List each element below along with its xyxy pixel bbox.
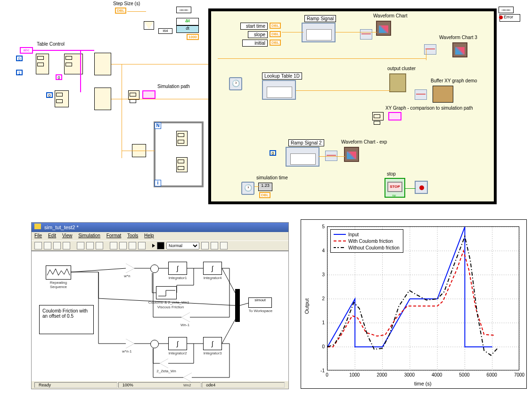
play-icon[interactable] — [152, 244, 155, 248]
menu-view[interactable]: View — [62, 233, 73, 238]
initial-dbl[interactable]: DBL — [270, 40, 281, 46]
stop-frame: STOP TF — [385, 178, 405, 198]
gain-wn2[interactable] — [183, 373, 192, 382]
tb-extra-2[interactable] — [211, 242, 218, 249]
sum-2[interactable] — [150, 340, 159, 348]
collector-2 — [325, 151, 337, 161]
menu-tools[interactable]: Tools — [127, 233, 138, 238]
build-array-small — [128, 90, 139, 100]
gain-wn-1-back[interactable] — [181, 313, 190, 322]
simulation-mode-select[interactable]: Normal — [166, 242, 199, 249]
index-array-2 — [55, 90, 69, 107]
xy-bundle — [372, 112, 384, 120]
frac-string-1 — [94, 53, 111, 75]
integrator1-label: Integrator1 — [165, 276, 190, 280]
buffer-xy-block — [433, 86, 453, 103]
simulation-path-terminal[interactable] — [142, 90, 156, 99]
halt-sim-icon — [415, 181, 428, 194]
simulink-canvas[interactable]: Repeating Sequence Coulomb Friction with… — [32, 251, 288, 380]
legend-with-coulomb: With Coulomb friction — [348, 239, 393, 244]
simulink-title: sim_tut_test2 * — [44, 225, 79, 230]
tb-extra-1[interactable] — [201, 242, 209, 249]
lookup-table-label: Lookup Table 1D — [262, 72, 302, 80]
sim-clock-1 — [229, 77, 242, 90]
menu-simulation[interactable]: Simulation — [78, 233, 100, 238]
const-0a: 0 — [16, 56, 23, 61]
gain-wn1[interactable] — [126, 339, 134, 348]
cut-icon[interactable] — [77, 242, 84, 249]
integrator3-label: Integrator3 — [200, 351, 225, 355]
repeating-sequence-block[interactable] — [46, 265, 71, 280]
initial-label: initial — [242, 40, 268, 47]
ramp-signal-block — [302, 23, 336, 42]
undo-icon[interactable] — [110, 242, 117, 249]
xy-graph-label: XY Graph - comparison to simulation path — [385, 105, 473, 111]
waveform-chart-3[interactable] — [452, 42, 467, 57]
step-size-dbl[interactable]: DBL — [115, 8, 126, 14]
simulink-toolbar: Normal — [32, 241, 288, 251]
simout-block[interactable]: simout — [248, 297, 272, 308]
stop-icon[interactable] — [157, 242, 164, 249]
waveform-chart[interactable] — [376, 21, 391, 36]
browser-icon[interactable] — [129, 242, 136, 249]
tb-extra-3[interactable] — [220, 242, 228, 249]
dt-box: dt — [176, 25, 199, 33]
ramp-signal2-label: Ramp Signal 2 — [288, 139, 324, 146]
integrator3-block[interactable]: ∫ — [203, 337, 222, 350]
output-chart: 01000200030004000500060007000 -1012345 t… — [301, 219, 527, 389]
y-axis-label: Output — [304, 298, 310, 314]
sim-header-glyph-2: ◦═◦═◦ — [499, 7, 514, 13]
const-0d: 0 — [270, 150, 276, 156]
thousand-const: 1000 — [187, 34, 199, 40]
simulink-statusbar: Ready 100% ode4 — [32, 380, 288, 389]
integrator1-block[interactable]: ∫ — [168, 262, 187, 275]
menu-file[interactable]: File — [34, 233, 42, 238]
sim-time-dbl: DBL — [259, 192, 270, 198]
simulink-titlebar[interactable]: sim_tut_test2 * — [32, 223, 288, 232]
redo-icon[interactable] — [119, 242, 127, 249]
gain-wn2-label: Wn2 — [183, 383, 191, 387]
menu-edit[interactable]: Edit — [48, 233, 56, 238]
legend-without-coulomb: Without Coulomb friction — [348, 245, 400, 250]
stop-button[interactable]: STOP — [387, 182, 402, 192]
gain-2zeta[interactable] — [160, 359, 168, 368]
frac-string-2 — [94, 88, 111, 110]
sim-clock-2 — [241, 182, 254, 195]
sim-time-indicator[interactable]: 1.23 — [258, 183, 272, 191]
start-time-dbl[interactable]: DBL — [270, 23, 281, 29]
paste-icon[interactable] — [96, 242, 103, 249]
stop-wire — [404, 188, 416, 189]
copy-icon[interactable] — [86, 242, 94, 249]
annotation-block[interactable]: Coulomb Friction with an offset of 0.5 — [39, 305, 94, 334]
multiply-icon — [144, 22, 154, 29]
simulink-menu[interactable]: File Edit View Simulation Format Tools H… — [32, 232, 288, 241]
open-icon[interactable] — [44, 242, 51, 249]
debug-icon[interactable] — [138, 242, 146, 249]
gain-wn-1-back-label: Wn-1 — [180, 323, 189, 327]
output-cluster[interactable] — [389, 73, 406, 92]
coulomb-block[interactable] — [156, 286, 177, 299]
gain-wn[interactable] — [126, 264, 134, 273]
slope-label: slope — [248, 31, 268, 38]
buffer-xy-label: Buffer XY graph demo — [431, 78, 477, 83]
waveform-chart-exp[interactable] — [344, 147, 359, 162]
new-icon[interactable] — [34, 242, 42, 249]
status-solver: ode4 — [202, 382, 285, 388]
index-array-1 — [36, 54, 49, 74]
print-icon[interactable] — [63, 242, 70, 249]
xy-graph-terminal[interactable] — [388, 112, 401, 120]
slope-dbl[interactable]: DBL — [270, 31, 281, 37]
menu-format[interactable]: Format — [106, 233, 122, 238]
mux-block[interactable] — [235, 289, 240, 322]
integrator2-block[interactable]: ∫ — [168, 337, 187, 350]
error-out[interactable]: Error — [499, 14, 520, 22]
menu-help[interactable]: Help — [144, 233, 154, 238]
error-label: Error — [504, 15, 513, 19]
sum-1[interactable] — [150, 265, 159, 273]
sim-header-glyph-1: ◦═◦═◦ — [176, 7, 191, 13]
ramp-signal2-block — [286, 147, 319, 167]
integrator4-block[interactable]: ∫ — [203, 262, 222, 275]
abc-control[interactable]: abc — [20, 47, 33, 54]
x-axis-label: time (s) — [414, 381, 432, 386]
save-icon[interactable] — [53, 242, 61, 249]
